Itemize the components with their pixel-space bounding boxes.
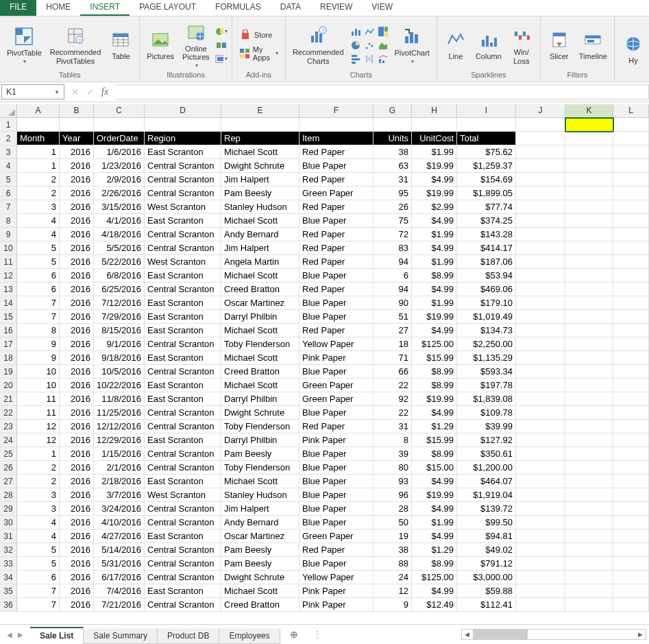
data-cell[interactable]: Andy Bernard	[221, 516, 299, 529]
horizontal-scrollbar[interactable]: ◀ ▶	[327, 629, 649, 640]
cell-L24[interactable]	[613, 433, 649, 447]
data-cell[interactable]: West Scranton	[145, 488, 221, 502]
data-cell[interactable]: Red Paper	[299, 200, 374, 214]
cell-K4[interactable]	[565, 159, 613, 173]
data-cell[interactable]: 2016	[60, 379, 94, 392]
data-cell[interactable]: Oscar Martinez	[221, 296, 299, 310]
data-cell[interactable]: 2016	[60, 365, 94, 379]
data-cell[interactable]: $8.99	[412, 557, 457, 571]
data-cell[interactable]: Central Scranton	[145, 406, 221, 420]
data-cell[interactable]: 2	[17, 461, 60, 475]
row-header-8[interactable]: 8	[0, 214, 17, 228]
cell-L3[interactable]	[613, 145, 649, 159]
cell-L25[interactable]	[613, 447, 649, 461]
data-cell[interactable]: Michael Scott	[221, 324, 299, 337]
data-cell[interactable]: $125.00	[412, 337, 457, 351]
data-cell[interactable]: $4.99	[412, 324, 457, 337]
cell-K10[interactable]	[565, 241, 613, 255]
data-cell[interactable]: Pink Paper	[299, 584, 374, 598]
row-header-23[interactable]: 23	[0, 420, 17, 433]
data-cell[interactable]: 8	[17, 324, 60, 337]
cell-K36[interactable]	[565, 598, 613, 612]
my-apps-button[interactable]: My Apps▾	[236, 44, 281, 63]
data-cell[interactable]: 26	[374, 200, 412, 214]
data-cell[interactable]: Blue Paper	[299, 269, 374, 283]
data-cell[interactable]: 3/15/2016	[94, 200, 145, 214]
data-cell[interactable]: Dwight Schrute	[221, 406, 299, 420]
data-cell[interactable]: $1,200.00	[457, 461, 516, 475]
cell-L26[interactable]	[613, 461, 649, 475]
data-cell[interactable]: 7/4/2016	[94, 584, 145, 598]
column-header-H[interactable]: H	[412, 104, 457, 118]
data-cell[interactable]: East Scranton	[145, 584, 221, 598]
cell-K32[interactable]	[565, 543, 613, 557]
cell-D1[interactable]	[145, 118, 221, 132]
line-chart-icon[interactable]	[363, 25, 376, 38]
data-cell[interactable]: 4/10/2016	[94, 516, 145, 529]
row-header-15[interactable]: 15	[0, 310, 17, 324]
column-header-B[interactable]: B	[60, 104, 94, 118]
data-cell[interactable]: $134.73	[457, 324, 516, 337]
data-cell[interactable]: Pink Paper	[299, 433, 374, 447]
cell-J33[interactable]	[516, 557, 565, 571]
cell-J20[interactable]	[516, 379, 565, 392]
cell-L35[interactable]	[613, 584, 649, 598]
data-cell[interactable]: 5/22/2016	[94, 255, 145, 269]
tab-formulas[interactable]: FORMULAS	[206, 0, 271, 16]
cell-J11[interactable]	[516, 255, 565, 269]
data-cell[interactable]: Pink Paper	[299, 598, 374, 612]
data-cell[interactable]: 50	[374, 516, 412, 529]
data-cell[interactable]: Michael Scott	[221, 351, 299, 365]
data-cell[interactable]: East Scranton	[145, 145, 221, 159]
column-header-J[interactable]: J	[516, 104, 565, 118]
data-cell[interactable]: 4/27/2016	[94, 529, 145, 543]
data-cell[interactable]: Blue Paper	[299, 159, 374, 173]
cell-J3[interactable]	[516, 145, 565, 159]
row-header-34[interactable]: 34	[0, 571, 17, 584]
cell-I1[interactable]	[457, 118, 516, 132]
data-cell[interactable]: 3/24/2016	[94, 502, 145, 516]
data-cell[interactable]: 71	[374, 351, 412, 365]
data-cell[interactable]: 2016	[60, 228, 94, 241]
cell-L1[interactable]	[613, 118, 649, 132]
cell-K14[interactable]	[565, 296, 613, 310]
cell-L17[interactable]	[613, 337, 649, 351]
data-cell[interactable]: 28	[374, 502, 412, 516]
data-cell[interactable]: 2016	[60, 543, 94, 557]
data-cell[interactable]: $19.99	[412, 488, 457, 502]
data-cell[interactable]: 8	[374, 433, 412, 447]
data-cell[interactable]: Central Scranton	[145, 283, 221, 296]
sparkline-column-button[interactable]: Column	[473, 27, 504, 62]
cell-K21[interactable]	[565, 392, 613, 406]
cell-L18[interactable]	[613, 351, 649, 365]
data-cell[interactable]: $112.41	[457, 598, 516, 612]
cell-L33[interactable]	[613, 557, 649, 571]
cell-J5[interactable]	[516, 173, 565, 187]
cell-K27[interactable]	[565, 475, 613, 488]
data-cell[interactable]: 6/8/2016	[94, 269, 145, 283]
stock-chart-icon[interactable]	[363, 53, 376, 65]
cell-L5[interactable]	[613, 173, 649, 187]
data-cell[interactable]: Creed Bratton	[221, 365, 299, 379]
data-cell[interactable]: 4/1/2016	[94, 214, 145, 228]
data-cell[interactable]: 9	[374, 598, 412, 612]
row-header-32[interactable]: 32	[0, 543, 17, 557]
data-cell[interactable]: 31	[374, 420, 412, 433]
data-cell[interactable]: $4.99	[412, 241, 457, 255]
data-cell[interactable]: Michael Scott	[221, 379, 299, 392]
data-cell[interactable]: $1,899.05	[457, 187, 516, 200]
data-cell[interactable]: Central Scranton	[145, 598, 221, 612]
pie-chart-icon[interactable]	[350, 39, 362, 51]
row-header-28[interactable]: 28	[0, 488, 17, 502]
cell-K25[interactable]	[565, 447, 613, 461]
column-header-D[interactable]: D	[145, 104, 221, 118]
data-cell[interactable]: 94	[374, 283, 412, 296]
data-cell[interactable]: Red Paper	[299, 228, 374, 241]
cell-K31[interactable]	[565, 529, 613, 543]
timeline-button[interactable]: Timeline	[576, 27, 610, 62]
cell-L31[interactable]	[613, 529, 649, 543]
data-cell[interactable]: $350.61	[457, 447, 516, 461]
data-cell[interactable]: 5/14/2016	[94, 543, 145, 557]
data-cell[interactable]: Toby Flenderson	[221, 337, 299, 351]
row-header-13[interactable]: 13	[0, 283, 17, 296]
